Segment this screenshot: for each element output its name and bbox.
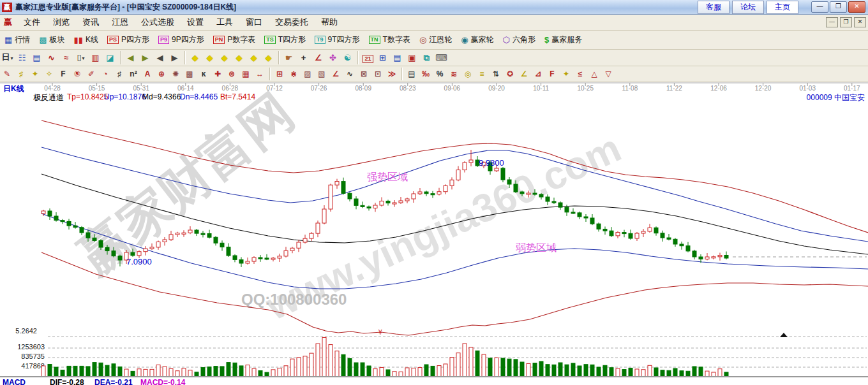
gann-tool-icon-0-1[interactable]: ♯ (15, 68, 27, 80)
kline-period-icon[interactable]: 日▾ (1, 51, 14, 65)
gann-tool-icon-1-5[interactable]: ∿ (343, 68, 356, 80)
gann-tool-icon-0-12[interactable]: ✺ (169, 68, 182, 80)
gann-wheel-button[interactable]: ◎江恩轮 (415, 34, 456, 46)
kline-chart-canvas[interactable]: 赢家财富网www.yingjia360.comQQ:10080036004-28… (0, 82, 868, 378)
gann-tool-icon-2-1[interactable]: ‰ (419, 68, 432, 80)
gann-tool-icon-0-4[interactable]: F (57, 68, 70, 80)
minimize-button[interactable]: — (811, 1, 828, 13)
gann-tool-icon-0-13[interactable]: ▩ (183, 68, 196, 80)
hand-tool-icon[interactable]: ☛ (282, 52, 296, 64)
save-icon[interactable]: ▣ (405, 52, 419, 64)
diamond-vexpand-icon[interactable]: ◆ (247, 52, 260, 64)
gann-tool-icon-0-11[interactable]: ⊕ (155, 68, 168, 80)
red-kline-icon[interactable]: ▥ (89, 52, 102, 64)
panel-tab-daily-kline[interactable]: 日K线 (3, 84, 24, 94)
p-number-button[interactable]: PNP数字表 (209, 34, 260, 46)
gann-tool-icon-2-13[interactable]: △ (588, 68, 601, 80)
gann-tool-icon-0-10[interactable]: A (141, 68, 154, 80)
gann-tool-icon-2-9[interactable]: ⊿ (532, 68, 544, 80)
angle-tool-icon[interactable]: ∠ (311, 52, 325, 64)
menu-文件[interactable]: 文件 (17, 15, 47, 29)
homepage-button[interactable]: 主页 (767, 1, 798, 14)
gann-tool-icon-2-3[interactable]: ≋ (447, 68, 460, 80)
smart-analyze-icon[interactable]: ☯ (341, 52, 354, 64)
winner-wheel-button[interactable]: ◉赢家轮 (457, 34, 497, 46)
quotes-button[interactable]: ▦行情 (1, 34, 34, 46)
gann-tool-icon-2-4[interactable]: ◎ (461, 68, 474, 80)
gann-flower-icon[interactable]: ✤ (326, 52, 340, 64)
menu-帮助[interactable]: 帮助 (315, 15, 344, 29)
gann-tool-icon-2-12[interactable]: ≤ (574, 68, 587, 80)
gann-tool-icon-0-3[interactable]: ✧ (43, 68, 56, 80)
next-page-icon[interactable]: ▶ (168, 52, 181, 64)
gann-tool-icon-2-2[interactable]: % (433, 68, 446, 80)
gann-tool-icon-0-7[interactable]: ◔ (99, 68, 112, 80)
gann-tool-icon-2-11[interactable]: ✦ (560, 68, 572, 80)
gann-tool-icon-1-6[interactable]: ⊠ (357, 68, 370, 80)
t9-square-button[interactable]: T99T四方形 (311, 34, 364, 46)
customer-service-button[interactable]: 客服 (698, 1, 730, 14)
menu-江恩[interactable]: 江恩 (105, 15, 135, 29)
menu-交易委托[interactable]: 交易委托 (269, 15, 315, 29)
gann-tool-icon-0-6[interactable]: ✐ (85, 68, 98, 80)
child-minimize-button[interactable]: — (826, 17, 838, 27)
menu-浏览[interactable]: 浏览 (47, 15, 76, 29)
forum-button[interactable]: 论坛 (732, 1, 764, 14)
t-number-button[interactable]: TNT数字表 (365, 34, 414, 46)
calculator-icon[interactable]: ⊞ (376, 52, 389, 64)
gann-tool-icon-0-14[interactable]: ĸ (197, 68, 210, 80)
color-volume-icon[interactable]: ◪ (103, 52, 117, 64)
gann-tool-icon-0-2[interactable]: ✦ (29, 68, 41, 80)
diamond-vcompress-icon[interactable]: ◆ (262, 52, 275, 64)
gann-tool-icon-0-15[interactable]: ✚ (211, 68, 224, 80)
hexagon-button[interactable]: ⬡六角形 (499, 34, 539, 46)
gann-tool-icon-1-3[interactable]: ▧ (315, 68, 328, 80)
diamond-left-icon[interactable]: ◆ (188, 52, 202, 64)
p-square-button[interactable]: PSP四方形 (103, 34, 153, 46)
memo-icon[interactable]: ▤ (391, 52, 404, 64)
sectors-button[interactable]: ▩板块 (35, 34, 68, 46)
wave9-icon[interactable]: ≈ (59, 52, 73, 64)
gann-tool-icon-0-8[interactable]: ♯ (113, 68, 126, 80)
network-icon[interactable]: ⧉ (420, 52, 433, 64)
zigzag-chart-icon[interactable]: ☷ (15, 52, 29, 64)
crosshair-icon[interactable]: + (297, 52, 310, 64)
menu-工具[interactable]: 工具 (210, 15, 239, 29)
p9-square-button[interactable]: P99P四方形 (154, 34, 208, 46)
gann-tool-icon-2-0[interactable]: ▤ (405, 68, 418, 80)
gann-tool-icon-2-5[interactable]: ≡ (475, 68, 488, 80)
gann-tool-icon-2-14[interactable]: ▽ (602, 68, 615, 80)
menu-公式选股[interactable]: 公式选股 (135, 15, 181, 29)
gann-tool-icon-0-17[interactable]: ▦ (239, 68, 252, 80)
diamond-right-icon[interactable]: ◆ (203, 52, 216, 64)
close-button[interactable]: ✕ (848, 1, 865, 13)
diamond-hexpand-icon[interactable]: ◆ (218, 52, 231, 64)
gann-tool-icon-1-1[interactable]: ⋇ (287, 68, 300, 80)
quote-list-icon[interactable]: ▤ (30, 52, 43, 64)
kline-button[interactable]: ▮▮K线 (70, 34, 102, 46)
gann-tool-icon-0-9[interactable]: n² (127, 68, 140, 80)
gann-tool-icon-2-7[interactable]: ✪ (504, 68, 516, 80)
gann-tool-icon-2-6[interactable]: ⇅ (490, 68, 502, 80)
menu-窗口[interactable]: 窗口 (239, 15, 269, 29)
first-page-icon[interactable]: ◀ (124, 52, 137, 64)
gann-tool-icon-0-16[interactable]: ⊛ (225, 68, 238, 80)
gann-tool-icon-0-0[interactable]: ✎ (1, 68, 13, 80)
workstation-icon[interactable]: ⌨ (435, 52, 448, 64)
t-square-button[interactable]: TST四方形 (260, 34, 310, 46)
candle-style-icon[interactable]: ▯▾ (74, 51, 87, 65)
gann-tool-icon-1-2[interactable]: ▨ (301, 68, 314, 80)
menu-资讯[interactable]: 资讯 (76, 15, 105, 29)
child-restore-button[interactable]: ❐ (840, 17, 852, 27)
wave3-icon[interactable]: ∿ (45, 52, 58, 64)
winner-service-button[interactable]: $赢家服务 (541, 34, 586, 46)
last-page-icon[interactable]: ▶ (138, 52, 152, 64)
child-close-button[interactable]: ✕ (854, 17, 866, 27)
gann-tool-icon-2-8[interactable]: ∠ (518, 68, 530, 80)
gann-tool-icon-2-10[interactable]: F (546, 68, 558, 80)
gann-tool-icon-0-5[interactable]: ⑤ (71, 68, 84, 80)
gann-tool-icon-0-18[interactable]: ↔ (253, 68, 266, 80)
gann-tool-icon-1-7[interactable]: ⊡ (371, 68, 384, 80)
gann-tool-icon-1-8[interactable]: ≫ (385, 68, 398, 80)
menu-设置[interactable]: 设置 (181, 15, 210, 29)
